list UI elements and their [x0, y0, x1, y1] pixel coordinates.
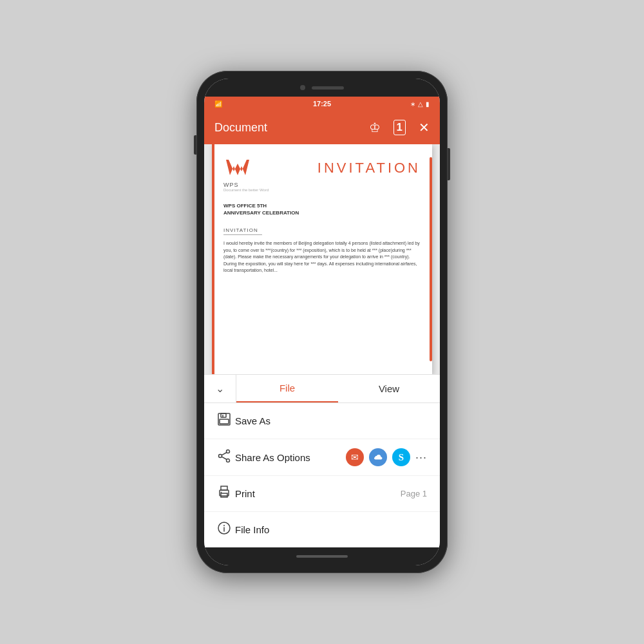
share-icons-row: ✉ S ··· — [346, 448, 427, 466]
print-icon — [217, 485, 235, 502]
tab-file[interactable]: File — [236, 375, 338, 402]
email-share-icon[interactable]: ✉ — [346, 448, 364, 466]
svg-marker-0 — [226, 160, 249, 175]
svg-rect-12 — [221, 493, 227, 497]
more-share-icon[interactable]: ··· — [415, 451, 427, 464]
phone-notch — [204, 79, 440, 97]
wps-label: WPS — [223, 182, 239, 188]
header-title: Document — [214, 121, 369, 135]
tab-view[interactable]: View — [338, 375, 440, 402]
document-preview: WPS Document the better Word INVITATION … — [204, 144, 440, 374]
menu-tabs: ⌄ File View — [204, 375, 440, 403]
doc-header-row: WPS Document the better Word INVITATION — [223, 157, 421, 192]
wifi-icon: 📶 — [214, 100, 222, 108]
doc-section-label: INVITATION — [223, 227, 262, 235]
print-label: Print — [235, 488, 401, 499]
phone-device: 📶 17:25 ∗ △ ▮ Document ♔ 1 ✕ — [196, 71, 448, 573]
share-item[interactable]: Share As Options ✉ S ··· — [204, 439, 440, 476]
svg-rect-3 — [220, 419, 229, 424]
skype-share-icon[interactable]: S — [392, 448, 410, 466]
info-icon — [217, 521, 235, 538]
home-bar — [296, 555, 348, 558]
volume-button — [194, 135, 196, 155]
status-bar: 📶 17:25 ∗ △ ▮ — [204, 97, 440, 111]
bottom-menu: ⌄ File View — [204, 374, 440, 547]
doc-subtitle: WPS OFFICE 5TH ANNIVERSARY CELEBRATION — [223, 202, 421, 216]
share-label: Share As Options — [235, 452, 346, 463]
svg-point-16 — [223, 525, 225, 526]
svg-rect-2 — [221, 413, 226, 417]
wps-w-icon — [223, 157, 252, 180]
doc-invitation-title: INVITATION — [317, 160, 421, 176]
status-time: 17:25 — [313, 100, 331, 108]
print-item[interactable]: Print Page 1 — [204, 476, 440, 512]
svg-rect-11 — [221, 486, 227, 490]
phone-bottom-bar — [204, 547, 440, 565]
phone-screen: 📶 17:25 ∗ △ ▮ Document ♔ 1 ✕ — [204, 79, 440, 565]
menu-chevron-button[interactable]: ⌄ — [204, 375, 236, 402]
alarm-icon: △ — [418, 100, 423, 108]
svg-point-5 — [227, 450, 230, 453]
wps-logo: WPS Document the better Word — [223, 157, 269, 192]
earpiece — [312, 86, 344, 90]
power-button — [448, 148, 450, 180]
wps-subtext: Document the better Word — [223, 188, 269, 192]
save-as-label: Save As — [235, 415, 427, 426]
file-info-label: File Info — [235, 524, 427, 535]
close-icon[interactable]: ✕ — [419, 120, 430, 135]
svg-point-13 — [221, 492, 222, 493]
cloud-share-icon[interactable] — [369, 448, 387, 466]
svg-line-9 — [222, 457, 227, 459]
file-info-item[interactable]: File Info — [204, 512, 440, 547]
share-icon — [217, 449, 235, 466]
front-camera — [300, 85, 305, 90]
status-left: 📶 — [214, 100, 222, 108]
battery-icon: ▮ — [426, 100, 430, 108]
svg-point-6 — [227, 459, 230, 462]
save-icon — [217, 412, 235, 430]
svg-point-7 — [219, 454, 222, 457]
app-header: Document ♔ 1 ✕ — [204, 111, 440, 144]
save-as-item[interactable]: Save As — [204, 403, 440, 439]
menu-items-list: Save As Share As Options — [204, 403, 440, 547]
document-page: WPS Document the better Word INVITATION … — [212, 144, 432, 374]
bluetooth-icon: ∗ — [410, 100, 415, 108]
svg-line-8 — [222, 452, 227, 455]
doc-body-text: I would hereby invite the members of Bei… — [223, 240, 421, 274]
crown-icon[interactable]: ♔ — [369, 120, 381, 135]
print-right: Page 1 — [401, 489, 427, 498]
header-icons: ♔ 1 ✕ — [369, 120, 430, 135]
print-page-label: Page 1 — [401, 489, 427, 498]
status-right: ∗ △ ▮ — [410, 100, 430, 108]
layers-icon[interactable]: 1 — [393, 120, 406, 135]
